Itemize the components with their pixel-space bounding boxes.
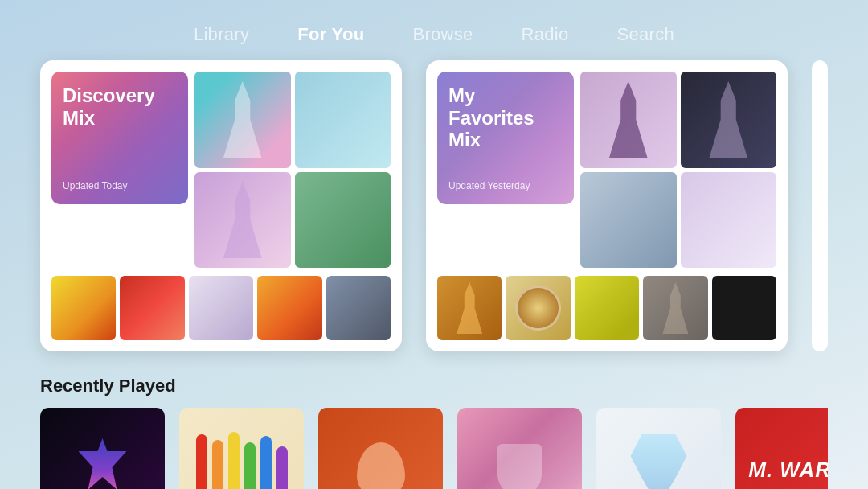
thumb-f-b1-inner	[437, 276, 502, 340]
thumb-f-b4-inner	[643, 276, 707, 340]
person-f-t1	[609, 81, 648, 158]
album-m-ward[interactable]: M. WARD	[735, 408, 828, 489]
thumb-d-b2	[120, 276, 184, 340]
thumb-d-t1	[194, 72, 291, 168]
recently-played-row: M. WARD	[40, 408, 828, 489]
thumb-d-b3	[189, 276, 253, 340]
thumb-f-t3	[681, 172, 777, 269]
smoke-shape	[497, 444, 542, 489]
thumb-f-b1	[437, 276, 502, 340]
album-against-the-current[interactable]	[40, 408, 165, 489]
thumb-f-t1-inner	[580, 72, 677, 168]
discovery-hero: Discovery Mix Updated Today	[51, 72, 188, 204]
album-the-atters[interactable]	[179, 408, 304, 489]
thumb-d-t2	[295, 72, 391, 168]
partial-next-card	[812, 60, 828, 351]
nav-library[interactable]: Library	[194, 24, 249, 45]
album-wall-of-death[interactable]	[457, 408, 582, 489]
circle-f-b2	[515, 286, 560, 331]
stripe-yellow	[228, 432, 240, 489]
album-rp5-art	[596, 408, 721, 489]
mix-cards-row: Discovery Mix Updated Today	[40, 60, 828, 351]
nav-browse[interactable]: Browse	[412, 24, 473, 45]
thumb-d-t4-inner	[194, 172, 291, 269]
stripe-purple	[276, 446, 288, 489]
stripe-blue	[260, 436, 272, 489]
recently-played-label: Recently Played	[40, 376, 828, 397]
thumb-d-t4	[194, 172, 291, 269]
stripe-red	[196, 434, 207, 489]
thumb-f-t2-inner	[681, 72, 777, 168]
thumb-d-t1-inner	[194, 72, 291, 168]
navigation: Library For You Browse Radio Search	[0, 0, 868, 60]
favorites-hero: My Favorites Mix Updated Yesterday	[437, 72, 574, 204]
main-content: Discovery Mix Updated Today	[0, 60, 868, 489]
thumb-d-t3-inner	[295, 172, 391, 269]
thumb-d-b4	[257, 276, 321, 340]
thumb-f-b2-inner	[506, 276, 570, 340]
album-rp2-art	[179, 408, 304, 489]
thumb-f-b2	[506, 276, 570, 340]
discovery-thumbnails-top	[194, 72, 391, 268]
nav-search[interactable]: Search	[617, 24, 675, 45]
discovery-mix-card[interactable]: Discovery Mix Updated Today	[40, 60, 402, 351]
m-ward-text: M. WARD	[748, 458, 828, 483]
person-silhouette	[223, 81, 262, 158]
thumb-f-b5	[712, 276, 776, 340]
person-f-t2	[709, 81, 747, 158]
thumb-d-b1	[51, 276, 116, 340]
recently-played-section: Recently Played	[40, 376, 828, 489]
album-rp6-art: M. WARD	[735, 408, 828, 489]
favorites-mix-title: My Favorites Mix	[448, 84, 563, 151]
person-f-b4	[662, 282, 688, 334]
thumb-d-t3	[295, 172, 391, 269]
thumb-f-b3	[575, 276, 639, 340]
album-rp3-art	[318, 408, 443, 489]
thumb-d-b5	[326, 276, 391, 340]
album-rp1-art	[40, 408, 165, 489]
favorites-bottom-row	[437, 276, 776, 340]
favorites-thumbnails-top	[580, 72, 776, 268]
thumb-f-t4-inner	[580, 172, 677, 269]
stripe-orange	[212, 440, 223, 489]
thumb-f-t2	[681, 72, 777, 168]
thumb-f-b3-inner	[575, 276, 639, 340]
album-rp4-art	[457, 408, 582, 489]
nav-radio[interactable]: Radio	[522, 24, 569, 45]
favorites-mix-subtitle: Updated Yesterday	[448, 180, 563, 191]
thumb-f-t3-inner	[681, 172, 777, 269]
person-f-b1	[457, 282, 482, 334]
discovery-mix-title: Discovery Mix	[63, 84, 177, 129]
thumb-d-t2-inner	[295, 72, 391, 168]
nav-for-you[interactable]: For You	[297, 24, 364, 45]
favorites-mix-inner: My Favorites Mix Updated Yesterday	[437, 72, 776, 268]
stripe-green	[244, 442, 256, 489]
thumb-f-t1	[580, 72, 677, 168]
favorites-mix-card[interactable]: My Favorites Mix Updated Yesterday	[426, 60, 788, 351]
discovery-mix-inner: Discovery Mix Updated Today	[51, 72, 391, 268]
thumb-f-b4	[643, 276, 707, 340]
thumb-f-t4	[580, 172, 677, 269]
album-hand[interactable]	[596, 408, 721, 489]
person-silhouette-2	[223, 181, 262, 258]
discovery-bottom-row	[51, 276, 391, 340]
album-fantasia[interactable]	[318, 408, 443, 489]
discovery-mix-subtitle: Updated Today	[63, 180, 177, 191]
